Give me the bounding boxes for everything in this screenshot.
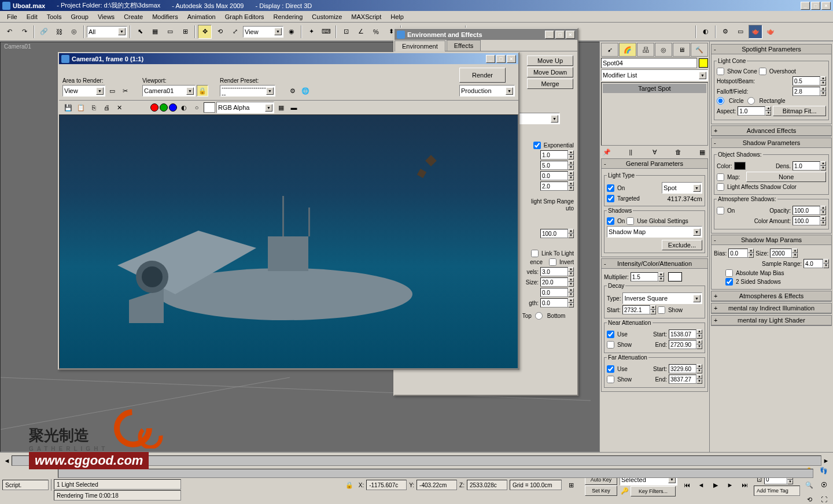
shadow-params-head[interactable]: Shadow Parameters [712, 138, 831, 148]
far-end-spinner[interactable]: ▲▼ [669, 375, 702, 384]
channel-dropdown[interactable]: RGB Alpha [216, 102, 274, 113]
grid-icon-button[interactable]: ⊞ [564, 478, 578, 492]
far-show-checkbox[interactable] [607, 376, 614, 383]
hierarchy-tab[interactable]: 品 [637, 43, 654, 57]
light-type-dropdown[interactable]: Spot [662, 182, 702, 194]
effects-tab[interactable]: Effects [447, 40, 481, 51]
object-name-field[interactable] [601, 58, 697, 68]
affects-color-checkbox[interactable] [717, 183, 724, 191]
display-tab[interactable]: 🖥 [673, 43, 690, 57]
menu-tools[interactable]: Tools [42, 12, 67, 21]
x-coord[interactable]: -1175.607c [366, 480, 407, 490]
atm-effects-head[interactable]: Atmospheres & Effects [712, 291, 831, 301]
invert-checkbox[interactable] [549, 258, 556, 266]
move-down-button[interactable]: Move Down [527, 67, 573, 77]
menu-help[interactable]: Help [386, 12, 408, 21]
copy-image-button[interactable]: 📋 [75, 102, 87, 113]
modifier-list-dropdown[interactable]: Modifier List [601, 69, 708, 81]
env-100-spinner[interactable]: ▲▼ [540, 229, 574, 238]
render-frame-button[interactable]: ▭ [734, 25, 747, 39]
abs-bias-checkbox[interactable] [725, 269, 733, 277]
aspect-spinner[interactable]: ▲▼ [738, 106, 771, 116]
select-region-button[interactable]: ▭ [163, 25, 177, 39]
time-ruler[interactable] [58, 469, 813, 478]
render-setup-icon-button[interactable]: ⚙ [287, 85, 298, 97]
render-setup-button[interactable]: ⚙ [718, 25, 732, 39]
remove-mod-button[interactable]: 🗑 [673, 147, 684, 157]
stack-item[interactable]: Target Spot [603, 84, 706, 93]
redo-button[interactable]: ↷ [17, 25, 31, 39]
adv-effects-head[interactable]: Advanced Effects [712, 126, 831, 136]
shadow-map-button[interactable]: None [746, 172, 826, 182]
script-field[interactable]: Script. [2, 480, 49, 490]
exponential-checkbox[interactable] [533, 142, 541, 149]
env-size-spinner[interactable]: ▲▼ [540, 277, 574, 287]
production-dropdown[interactable]: Production [459, 85, 515, 97]
clear-button[interactable]: ✕ [113, 102, 125, 113]
shadow-type-dropdown[interactable]: Shadow Map [607, 226, 702, 238]
material-editor-button[interactable]: ◐ [699, 25, 713, 39]
red-channel-button[interactable] [150, 103, 159, 112]
env-val3-spinner[interactable]: ▲▼ [540, 171, 574, 180]
bitmap-fit-button[interactable]: Bitmap Fit... [773, 106, 826, 116]
next-frame-button[interactable]: ► [723, 478, 737, 492]
teapot-button[interactable]: 🫖 [764, 25, 777, 39]
mr-shader-head[interactable]: mental ray Light Shader [712, 316, 831, 325]
intensity-head[interactable]: Intensity/Color/Attenuation [602, 259, 707, 269]
goto-end-button[interactable]: ⏭ [738, 478, 751, 492]
hotspot-spinner[interactable]: ▲▼ [793, 76, 826, 86]
toggle-b-button[interactable]: ▬ [288, 102, 300, 113]
bias-spinner[interactable]: ▲▼ [728, 249, 754, 258]
targeted-checkbox[interactable] [607, 195, 614, 202]
ref-coord-dropdown[interactable]: View [243, 26, 283, 38]
window-crossing-button[interactable]: ⊞ [178, 25, 192, 39]
create-tab[interactable]: ➹ [601, 43, 618, 57]
circle-radio[interactable] [717, 97, 724, 105]
print-button[interactable]: 🖨 [101, 102, 112, 113]
far-use-checkbox[interactable] [607, 365, 614, 373]
shadow-map-head[interactable]: Shadow Map Params [712, 235, 831, 245]
global-settings-checkbox[interactable] [626, 217, 634, 225]
z-coord[interactable]: 2533.028c [467, 480, 507, 490]
timeline-left-button[interactable]: ◄ [2, 456, 12, 465]
preset-dropdown[interactable]: ----------------------- [220, 85, 275, 97]
two-sided-checkbox[interactable] [725, 278, 733, 286]
env-00-spinner[interactable]: ▲▼ [540, 288, 574, 297]
env-val1-spinner[interactable]: ▲▼ [540, 150, 574, 160]
blue-channel-button[interactable] [169, 103, 177, 112]
rotate-button[interactable]: ⟲ [213, 25, 227, 39]
light-color-swatch[interactable] [668, 272, 682, 281]
overshoot-checkbox[interactable] [759, 68, 766, 75]
bind-button[interactable]: ◎ [67, 25, 81, 39]
gth-spinner[interactable]: ▲▼ [540, 298, 574, 307]
near-start-spinner[interactable]: ▲▼ [669, 329, 702, 339]
env-val4-spinner[interactable]: ▲▼ [540, 181, 574, 191]
make-unique-button[interactable]: ∀ [649, 147, 661, 157]
decay-type-dropdown[interactable]: Inverse Square [622, 292, 702, 304]
env-minimize-button[interactable]: _ [545, 31, 554, 39]
nav-maximize-button[interactable]: ⛶ [817, 492, 831, 504]
save-image-button[interactable]: 💾 [62, 102, 74, 113]
play-button[interactable]: ▶ [709, 478, 723, 492]
nav-fov-button[interactable]: ⦿ [817, 478, 831, 492]
percent-snap-button[interactable]: % [369, 25, 383, 39]
move-button[interactable]: ✥ [198, 25, 212, 39]
lock-selection-button[interactable]: 🔒 [342, 478, 356, 492]
render-minimize-button[interactable]: _ [486, 55, 495, 63]
modifier-stack[interactable]: Target Spot [601, 82, 708, 146]
light-on-checkbox[interactable] [607, 184, 614, 192]
selection-filter-dropdown[interactable]: All [87, 26, 127, 38]
color-amount-spinner[interactable]: ▲▼ [793, 216, 826, 225]
nav-zoom-button[interactable]: 🔍 [802, 478, 816, 492]
spotlight-head[interactable]: Spotlight Parameters [712, 45, 831, 54]
menu-animation[interactable]: Animation [183, 12, 220, 21]
render-button[interactable]: Render [459, 68, 506, 83]
shadows-on-checkbox[interactable] [607, 217, 614, 225]
green-channel-button[interactable] [160, 103, 168, 112]
menu-customize[interactable]: Customize [307, 12, 347, 21]
toggle-a-button[interactable]: ▦ [275, 102, 287, 113]
unlink-button[interactable]: ⛓ [52, 25, 66, 39]
general-params-head[interactable]: General Parameters [602, 159, 707, 169]
configure-button[interactable]: ▦ [696, 147, 708, 157]
menu-rendering[interactable]: Rendering [269, 12, 308, 21]
